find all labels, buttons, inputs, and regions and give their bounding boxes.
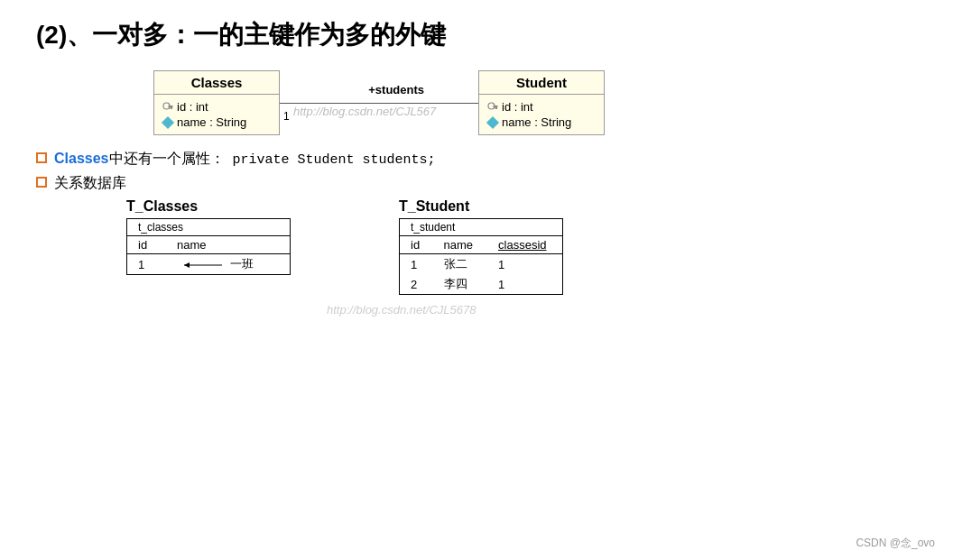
db-right-table-outer: t_student id name classesid 1 张二 1 (399, 218, 563, 295)
table-row: 1 一班 (127, 254, 290, 275)
svg-rect-1 (168, 106, 172, 107)
db-right-col: T_Student t_student id name classesid (399, 198, 563, 295)
db-left-col: T_Classes t_classes id name 1 (126, 198, 291, 295)
db-left-label: T_Classes (126, 198, 198, 215)
bullet-icon-2 (36, 177, 47, 188)
student-field-name-text: name : String (502, 115, 571, 129)
student-field-name: name : String (486, 115, 597, 129)
connector-one-label: 1 (283, 110, 290, 123)
db-right-row2-name: 李四 (433, 274, 488, 294)
classes-field-name-text: name : String (177, 115, 246, 129)
db-right-col-name: name (433, 236, 488, 254)
page-title: (2)、一对多：一的主键作为多的外键 (36, 18, 917, 52)
svg-rect-3 (169, 107, 171, 109)
diamond-icon (162, 116, 174, 129)
table-row: 2 李四 1 (400, 274, 562, 294)
bullet-relational-db: 关系数据库 (54, 175, 126, 190)
student-uml-box: Student id : int (478, 70, 605, 135)
db-right-col-classesid: classesid (487, 236, 562, 254)
key-icon-2 (486, 101, 499, 114)
highlight-classes: Classes (54, 151, 109, 166)
db-right-tablename: t_student (400, 219, 562, 236)
db-left-col-id: id (127, 236, 166, 254)
classes-header: Classes (154, 71, 279, 95)
svg-marker-9 (184, 262, 190, 268)
bullet-1: Classes中还有一个属性： private Student students… (36, 150, 917, 169)
classes-field-id: id : int (162, 100, 272, 114)
student-field-id-text: id : int (502, 100, 533, 114)
classes-field-id-text: id : int (177, 100, 208, 114)
bullet-text-2: 关系数据库 (54, 174, 126, 193)
connector-students-label: +students (368, 83, 424, 96)
db-left-col-name: name (166, 236, 290, 254)
db-right-row1-id: 1 (400, 254, 433, 275)
db-right-row1-name: 张二 (433, 254, 488, 275)
svg-rect-6 (495, 107, 497, 109)
csdn-label: CSDN @念_ovo (856, 536, 935, 551)
classes-body: id : int name : String (154, 95, 279, 134)
bullet-text-1: Classes中还有一个属性： private Student students… (54, 150, 436, 169)
student-header: Student (479, 71, 604, 95)
uml-connector: +students 1 http://blog.csdn.net/CJL567 (280, 76, 478, 130)
db-left-row1-name: 一班 (166, 254, 290, 275)
db-left-table: t_classes id name 1 (127, 219, 290, 274)
svg-rect-5 (493, 106, 497, 107)
student-body: id : int name : String (479, 95, 604, 134)
watermark-db: http://blog.csdn.net/CJL5678 (327, 303, 476, 317)
student-field-id: id : int (486, 100, 597, 114)
db-left-row1-id: 1 (127, 254, 166, 275)
table-row: 1 张二 1 (400, 254, 562, 275)
db-right-row1-classesid: 1 (487, 254, 562, 275)
db-right-row2-id: 2 (400, 274, 433, 294)
db-right-table: t_student id name classesid 1 张二 1 (400, 219, 562, 294)
classes-uml-box: Classes id : int (153, 70, 280, 135)
connector-line (280, 103, 478, 104)
svg-rect-2 (171, 107, 172, 109)
uml-diagram-row: Classes id : int (153, 70, 917, 135)
db-left-tablename: t_classes (127, 219, 290, 236)
key-icon (162, 101, 174, 114)
bullet-icon-1 (36, 152, 47, 163)
classes-field-name: name : String (162, 115, 272, 129)
bullet-2: 关系数据库 (36, 174, 917, 193)
bullet-middle-1: 中还有一个属性： (109, 151, 225, 166)
bullet-code-1: private Student students; (225, 152, 436, 168)
db-left-table-outer: t_classes id name 1 (126, 218, 291, 275)
db-right-row2-classesid: 1 (487, 274, 562, 294)
arrow-left-icon (177, 258, 227, 272)
db-right-col-id: id (400, 236, 433, 254)
uml-watermark: http://blog.csdn.net/CJL567 (293, 105, 436, 118)
page: (2)、一对多：一的主键作为多的外键 Classes id : int (0, 0, 953, 560)
svg-rect-7 (494, 107, 495, 109)
diamond-icon-2 (486, 116, 499, 129)
db-tables-row: T_Classes t_classes id name 1 (126, 198, 917, 295)
db-right-label: T_Student (399, 198, 469, 215)
